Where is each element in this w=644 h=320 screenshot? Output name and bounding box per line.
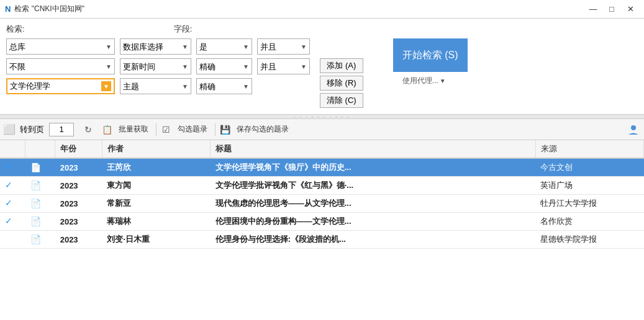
search-row-1: 总库 ▼ 数据库选择 ▼ 是 ▼ (6, 38, 310, 55)
right-panel: 开始检索 (S) 使用代理... ▼ (381, 38, 468, 86)
row-icon-0: 📄 (25, 158, 55, 177)
start-search-button[interactable]: 开始检索 (S) (393, 38, 468, 72)
fields-label: 字段: (174, 24, 193, 35)
logic-dropdown-2[interactable]: 并且 ▼ (257, 58, 310, 74)
row-title-0[interactable]: 文学伦理学视角下《狼厅》中的历史... (211, 158, 535, 177)
add-button[interactable]: 添加 (A) (320, 58, 363, 73)
separator-dots: · · · · · · · · · · (294, 113, 350, 120)
source-arrow-2: ▼ (106, 63, 112, 70)
row-check-2[interactable]: ✓ (0, 195, 17, 211)
condition-select-1[interactable]: 是 (199, 42, 242, 51)
condition-arrow-1: ▼ (243, 43, 249, 50)
row-icon-4: 📄 (25, 231, 55, 249)
source-select-2[interactable]: 不限 (9, 62, 104, 71)
search-row-3: ▼ 主题 ▼ 精确 ▼ (6, 78, 310, 94)
minimize-button[interactable]: — (584, 2, 602, 16)
table-row[interactable]: 📄 2023 刘变·日木重 伦理身份与伦理选择:《段波措的机... 星德铁学院学… (0, 231, 644, 249)
check-mark: ✓ (5, 162, 12, 172)
user-icon[interactable] (627, 123, 640, 136)
results-table-container: 年份 作者 标题 来源 ✓ 📄 2023 王芮欣 文学伦理学视角下《狼厅》中的历… (0, 140, 644, 320)
source-select-1[interactable]: 总库 (9, 42, 104, 51)
logic-dropdown-1[interactable]: 并且 ▼ (257, 38, 310, 55)
doc-icon: 📄 (30, 234, 41, 244)
doc-icon: 📄 (30, 180, 41, 190)
save-button[interactable]: 保存勾选的题录 (233, 122, 293, 138)
logic-select-1[interactable]: 并且 (260, 42, 299, 51)
check-icon: ☑ (160, 124, 171, 135)
divider1 (156, 123, 156, 136)
row-author-1: 東方闻 (102, 177, 210, 195)
page-input[interactable] (49, 123, 74, 136)
check-mark: ✓ (5, 216, 12, 226)
condition-select-2[interactable]: 精确 (199, 62, 242, 71)
keyword-input-3[interactable]: ▼ (6, 78, 115, 94)
clear-button[interactable]: 清除 (C) (320, 93, 363, 108)
fieldtype-arrow-1: ▼ (182, 43, 188, 50)
row-year-1: 2023 (55, 177, 102, 195)
titlebar-title: 检索 "CNKI中国知网" (14, 4, 84, 14)
results-table: 年份 作者 标题 来源 ✓ 📄 2023 王芮欣 文学伦理学视角下《狼厅》中的历… (0, 140, 644, 249)
condition-arrow-3: ▼ (243, 83, 249, 90)
condition-select-3[interactable]: 精确 (199, 82, 242, 91)
divider2 (215, 123, 215, 136)
batch-button[interactable]: 批量获取 (115, 122, 152, 138)
table-row[interactable]: ✓ 📄 2023 蒋瑞林 伦理困境中的身份重构——文学伦理... 名作欣赏 (0, 213, 644, 231)
row-title-3[interactable]: 伦理困境中的身份重构——文学伦理... (211, 213, 535, 231)
maximize-button[interactable]: □ (603, 2, 620, 16)
keyword-dropdown-btn-3[interactable]: ▼ (101, 81, 111, 91)
goto-label: 转到页 (20, 124, 44, 135)
user-svg (627, 123, 640, 136)
row-source-2: 牡丹江大学学报 (535, 195, 643, 213)
logic-arrow-2: ▼ (301, 63, 307, 70)
table-body: ✓ 📄 2023 王芮欣 文学伦理学视角下《狼厅》中的历史... 今古文创 ✓ … (0, 158, 644, 249)
row-author-0: 王芮欣 (102, 158, 210, 177)
condition-dropdown-2[interactable]: 精确 ▼ (196, 58, 252, 74)
fieldtype-select-2[interactable]: 更新时间 (123, 62, 181, 71)
check-button[interactable]: 勾选题录 (174, 122, 211, 138)
table-row[interactable]: ✓ 📄 2023 常新亚 现代焦虑的伦理思考——从文学伦理... 牡丹江大学学报 (0, 195, 644, 213)
fieldtype-select-3[interactable]: 主题 (123, 82, 181, 91)
condition-dropdown-1[interactable]: 是 ▼ (196, 38, 252, 55)
row-year-2: 2023 (55, 195, 102, 213)
fieldtype-dropdown-2[interactable]: 更新时间 ▼ (120, 58, 191, 74)
keyword-field-3[interactable] (10, 82, 101, 91)
fieldtype-arrow-2: ▼ (182, 63, 188, 70)
close-button[interactable]: ✕ (622, 2, 639, 16)
source-dropdown-1[interactable]: 总库 ▼ (6, 38, 115, 55)
row-check-1[interactable]: ✓ (0, 177, 17, 193)
source-arrow-1: ▼ (106, 43, 112, 50)
row-title-4[interactable]: 伦理身份与伦理选择:《段波措的机... (211, 231, 535, 249)
header-check (0, 140, 25, 158)
table-row[interactable]: ✓ 📄 2023 王芮欣 文学伦理学视角下《狼厅》中的历史... 今古文创 (0, 158, 644, 177)
row-check-4[interactable] (0, 231, 17, 237)
fieldtype-dropdown-3[interactable]: 主题 ▼ (120, 78, 191, 94)
table-header: 年份 作者 标题 来源 (0, 140, 644, 158)
logic-arrow-1: ▼ (301, 43, 307, 50)
toolbar: ⬜ 转到页 ↻ 📋 批量获取 ☑ 勾选题录 💾 保存勾选的题录 (0, 119, 644, 140)
proxy-row[interactable]: 使用代理... ▼ (402, 76, 446, 86)
condition-dropdown-3[interactable]: 精确 ▼ (196, 78, 252, 94)
header-title: 标题 (211, 140, 535, 158)
row-check-3[interactable]: ✓ (0, 213, 17, 229)
row-author-4: 刘变·日木重 (102, 231, 210, 249)
page-icon: ⬜ (4, 124, 15, 135)
fieldtype-dropdown-1[interactable]: 数据库选择 ▼ (120, 38, 191, 55)
source-dropdown-2[interactable]: 不限 ▼ (6, 58, 115, 74)
app-icon: N (5, 4, 11, 14)
row-title-2[interactable]: 现代焦虑的伦理思考——从文学伦理... (211, 195, 535, 213)
search-section: 检索: 字段: 总库 ▼ 数据库选择 ▼ (0, 19, 644, 114)
row-title-1[interactable]: 文学伦理学批评视角下《红与黑》德·... (211, 177, 535, 195)
fieldtype-arrow-3: ▼ (182, 83, 188, 90)
header-source: 来源 (535, 140, 643, 158)
row-check-0[interactable]: ✓ (0, 159, 17, 175)
remove-button[interactable]: 移除 (R) (320, 76, 363, 91)
fieldtype-select-1[interactable]: 数据库选择 (123, 42, 181, 51)
table-row[interactable]: ✓ 📄 2023 東方闻 文学伦理学批评视角下《红与黑》德·... 英语广场 (0, 177, 644, 195)
row-author-2: 常新亚 (102, 195, 210, 213)
svg-point-0 (631, 125, 636, 130)
proxy-label: 使用代理... (402, 76, 438, 86)
search-label: 检索: (6, 24, 25, 35)
row-icon-3: 📄 (25, 213, 55, 231)
doc-icon: 📄 (30, 198, 41, 208)
logic-select-2[interactable]: 并且 (260, 62, 299, 71)
